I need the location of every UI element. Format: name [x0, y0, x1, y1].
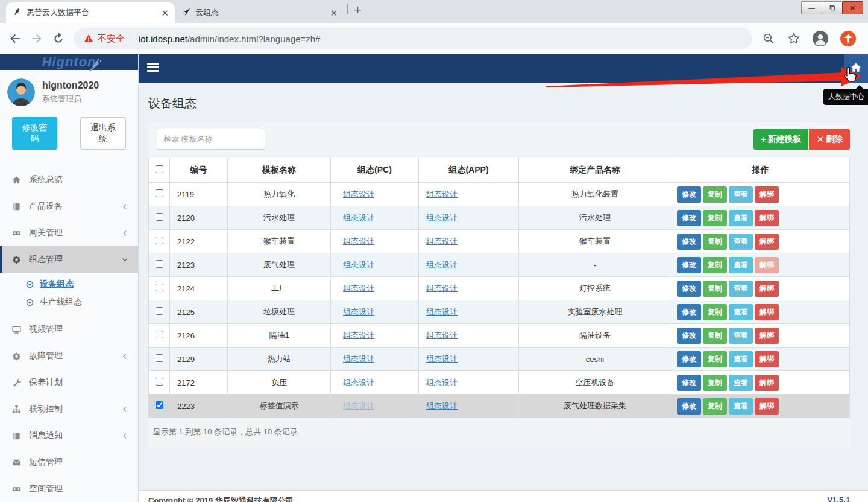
- row-checkbox[interactable]: [156, 307, 163, 315]
- row-checkbox[interactable]: [156, 378, 163, 386]
- pc-config-link[interactable]: 组态设计: [343, 401, 374, 410]
- row-checkbox[interactable]: [156, 331, 163, 338]
- sidebar-item[interactable]: 短信管理: [0, 449, 138, 475]
- browser-tab-inactive[interactable]: 云组态 ✕: [175, 2, 344, 23]
- tab-close-icon[interactable]: ✕: [161, 8, 169, 17]
- view-button[interactable]: 查看: [729, 351, 753, 367]
- sidebar-item[interactable]: 消息通知: [0, 422, 138, 449]
- copy-button[interactable]: 复制: [703, 351, 727, 367]
- pc-config-link[interactable]: 组态设计: [343, 354, 374, 363]
- view-button[interactable]: 查看: [729, 186, 753, 203]
- pc-config-link[interactable]: 组态设计: [343, 284, 374, 293]
- app-config-link[interactable]: 组态设计: [426, 237, 458, 246]
- tab-close-icon[interactable]: ✕: [330, 8, 338, 17]
- app-config-link[interactable]: 组态设计: [426, 213, 458, 222]
- row-checkbox[interactable]: [156, 189, 163, 197]
- copy-button[interactable]: 复制: [703, 257, 727, 273]
- forward-icon[interactable]: [30, 32, 43, 45]
- sidebar-item[interactable]: 保养计划: [0, 369, 138, 396]
- window-restore-button[interactable]: [822, 1, 843, 14]
- pc-config-link[interactable]: 组态设计: [343, 213, 374, 222]
- window-minimize-button[interactable]: —: [801, 1, 822, 14]
- app-config-link[interactable]: 组态设计: [426, 189, 458, 199]
- unbind-button[interactable]: 解绑: [755, 304, 779, 320]
- view-button[interactable]: 查看: [729, 304, 753, 320]
- unbind-button[interactable]: 解绑: [755, 351, 779, 367]
- app-config-link[interactable]: 组态设计: [426, 354, 458, 363]
- unbind-button[interactable]: 解绑: [755, 375, 779, 391]
- edit-button[interactable]: 修改: [677, 281, 701, 297]
- address-bar[interactable]: 不安全 iot.idosp.net/admin/index.html?langu…: [74, 28, 752, 49]
- unbind-button[interactable]: 解绑: [755, 186, 779, 203]
- copy-button[interactable]: 复制: [703, 304, 727, 320]
- pc-config-link[interactable]: 组态设计: [343, 237, 374, 246]
- copy-button[interactable]: 复制: [703, 375, 727, 391]
- new-template-button[interactable]: +新建模板: [753, 129, 809, 150]
- sidebar-item[interactable]: 视频管理: [0, 316, 138, 343]
- row-checkbox[interactable]: [156, 354, 163, 362]
- copy-button[interactable]: 复制: [703, 281, 727, 297]
- sidebar-item[interactable]: 组态管理: [0, 246, 138, 273]
- edit-button[interactable]: 修改: [677, 328, 701, 344]
- delete-button[interactable]: ✕删除: [809, 129, 850, 150]
- edit-button[interactable]: 修改: [677, 304, 701, 320]
- app-config-link[interactable]: 组态设计: [426, 331, 458, 340]
- sidebar-item[interactable]: 空间管理: [0, 475, 138, 502]
- sidebar-item[interactable]: 联动控制: [0, 396, 138, 422]
- view-button[interactable]: 查看: [729, 257, 753, 273]
- app-config-link[interactable]: 组态设计: [426, 401, 458, 410]
- app-config-link[interactable]: 组态设计: [426, 284, 458, 293]
- sidebar-item[interactable]: 网关管理: [0, 220, 138, 246]
- unbind-button[interactable]: 解绑: [755, 328, 779, 344]
- edit-button[interactable]: 修改: [677, 186, 701, 203]
- reload-icon[interactable]: [52, 32, 65, 45]
- pc-config-link[interactable]: 组态设计: [343, 378, 374, 387]
- copy-button[interactable]: 复制: [703, 234, 727, 250]
- extension-update-icon[interactable]: [840, 31, 856, 46]
- app-config-link[interactable]: 组态设计: [426, 307, 458, 316]
- view-button[interactable]: 查看: [729, 328, 753, 344]
- bookmark-star-icon[interactable]: [787, 32, 800, 45]
- browser-tab-active[interactable]: 思普云大数据平台 ✕: [6, 2, 175, 23]
- row-checkbox[interactable]: [156, 401, 163, 409]
- unbind-button[interactable]: 解绑: [755, 257, 779, 273]
- pc-config-link[interactable]: 组态设计: [343, 331, 374, 340]
- change-password-button[interactable]: 修改密码: [12, 117, 57, 150]
- select-all-checkbox[interactable]: [156, 165, 163, 173]
- edit-button[interactable]: 修改: [677, 351, 701, 367]
- unbind-button[interactable]: 解绑: [755, 398, 779, 415]
- sidebar-subitem[interactable]: 设备组态: [0, 275, 138, 293]
- profile-avatar-icon[interactable]: [813, 31, 828, 46]
- app-config-link[interactable]: 组态设计: [426, 260, 458, 269]
- view-button[interactable]: 查看: [729, 398, 753, 415]
- sidebar-item[interactable]: 故障管理: [0, 343, 138, 369]
- view-button[interactable]: 查看: [729, 281, 753, 297]
- unbind-button[interactable]: 解绑: [755, 210, 779, 226]
- window-close-button[interactable]: ✕: [842, 1, 863, 14]
- pc-config-link[interactable]: 组态设计: [343, 307, 374, 316]
- edit-button[interactable]: 修改: [677, 398, 701, 415]
- menu-toggle-button[interactable]: [147, 63, 159, 74]
- logout-button[interactable]: 退出系统: [80, 117, 127, 150]
- pc-config-link[interactable]: 组态设计: [343, 260, 374, 269]
- view-button[interactable]: 查看: [729, 234, 753, 250]
- copy-button[interactable]: 复制: [703, 328, 727, 344]
- row-checkbox[interactable]: [156, 213, 163, 221]
- app-config-link[interactable]: 组态设计: [426, 378, 458, 387]
- copy-button[interactable]: 复制: [703, 186, 727, 203]
- unbind-button[interactable]: 解绑: [755, 281, 779, 297]
- security-label[interactable]: 不安全: [98, 33, 125, 45]
- row-checkbox[interactable]: [156, 284, 163, 291]
- unbind-button[interactable]: 解绑: [755, 234, 779, 250]
- sidebar-item[interactable]: 系统总览: [0, 167, 138, 193]
- row-checkbox[interactable]: [156, 237, 163, 244]
- copy-button[interactable]: 复制: [703, 398, 727, 415]
- edit-button[interactable]: 修改: [677, 234, 701, 250]
- sidebar-subitem[interactable]: 生产线组态: [0, 293, 138, 311]
- view-button[interactable]: 查看: [729, 210, 753, 226]
- edit-button[interactable]: 修改: [677, 375, 701, 391]
- edit-button[interactable]: 修改: [677, 257, 701, 273]
- pc-config-link[interactable]: 组态设计: [343, 189, 374, 199]
- copy-button[interactable]: 复制: [703, 210, 727, 226]
- sidebar-item[interactable]: 产品设备: [0, 193, 138, 220]
